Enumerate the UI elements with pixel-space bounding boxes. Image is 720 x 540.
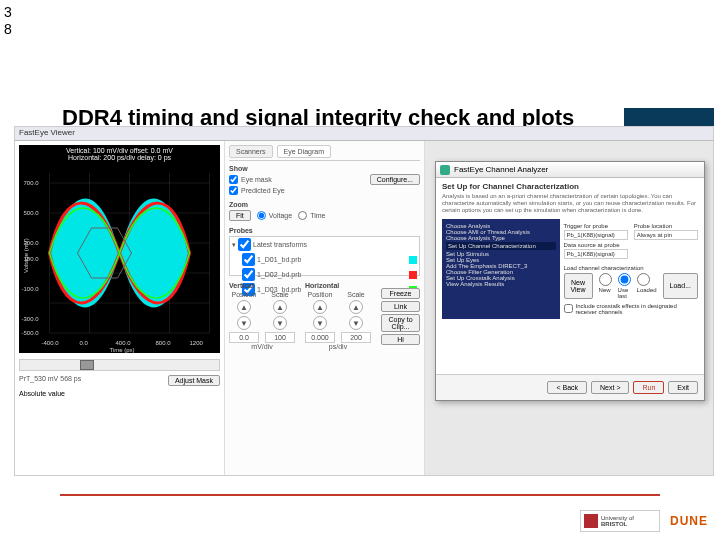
next-button[interactable]: Next > — [591, 381, 629, 394]
copy-button[interactable]: Copy to Clip... — [381, 314, 420, 332]
voltage-radio[interactable] — [257, 211, 266, 220]
channel-analyzer-dialog: FastEye Channel Analyzer Set Up for Chan… — [435, 161, 705, 401]
tab-scanners[interactable]: Scanners — [229, 145, 273, 158]
svg-text:-400.0: -400.0 — [42, 340, 60, 346]
load-label: Load channel characterization — [564, 265, 699, 271]
svg-text:400.0: 400.0 — [116, 340, 132, 346]
exit-button[interactable]: Exit — [668, 381, 698, 394]
dialog-heading: Set Up for Channel Characterization — [442, 182, 698, 191]
crosstalk-label: Include crosstalk effects in designated … — [576, 303, 699, 315]
freeze-button[interactable]: Freeze — [381, 288, 420, 299]
wizard-step-active: Set Up Channel Characterization — [446, 242, 556, 250]
absolute-value-row: Absolute value — [15, 388, 224, 399]
time-label: Time — [310, 212, 325, 219]
fit-button[interactable]: Fit — [229, 210, 251, 221]
dialog-title-bar[interactable]: FastEye Channel Analyzer — [436, 162, 704, 178]
tab-eye-diagram[interactable]: Eye Diagram — [277, 145, 331, 158]
probe-2-label: 1_D02_bd.prb — [257, 271, 301, 278]
probe-loc-label: Probe location — [634, 223, 698, 229]
crosstalk-checkbox[interactable] — [564, 304, 573, 313]
v-scale-up[interactable]: ▲ — [273, 300, 287, 314]
zoom-section: Zoom — [229, 201, 420, 208]
run-button[interactable]: Run — [633, 381, 664, 394]
svg-text:-100.0: -100.0 — [22, 286, 40, 292]
svg-text:-300.0: -300.0 — [22, 316, 40, 322]
wizard-steps: Choose Analysis Choose AMI or Thread Ana… — [442, 219, 560, 319]
divider-rule — [60, 494, 660, 496]
probes-list[interactable]: ▾Latest transforms 1_D01_bd.prb 1_D02_bd… — [229, 236, 420, 276]
app-icon — [440, 165, 450, 175]
time-scrollbar[interactable] — [19, 359, 220, 371]
voltage-label: Voltage — [269, 212, 292, 219]
predicted-eye-label: Predicted Eye — [241, 187, 285, 194]
svg-text:-500.0: -500.0 — [22, 330, 40, 336]
plot-panel: Vertical: 100 mV/div offset: 0.0 mV Hori… — [15, 141, 225, 475]
trigger-field[interactable]: Pb_1(K88)(signal) — [564, 230, 628, 240]
uselast-radio-label: Use last — [618, 287, 629, 299]
configure-button[interactable]: Configure... — [370, 174, 420, 185]
h-pos-up[interactable]: ▲ — [313, 300, 327, 314]
vertical-section: Vertical — [229, 282, 295, 289]
svg-text:0.0: 0.0 — [80, 340, 89, 346]
show-section: Show — [229, 165, 420, 172]
trigger-label: Trigger for probe — [564, 223, 628, 229]
probe-all-checkbox[interactable] — [238, 238, 251, 251]
link-button[interactable]: Link — [381, 301, 420, 312]
dialog-title: FastEye Channel Analyzer — [454, 165, 548, 174]
svg-text:800.0: 800.0 — [156, 340, 172, 346]
probe-loc-field[interactable]: Always at pin — [634, 230, 698, 240]
v-pos-label: Position — [232, 291, 257, 298]
settings-panel: Scanners Eye Diagram Show Eye mask Confi… — [225, 141, 425, 475]
h-scale-down[interactable]: ▼ — [349, 316, 363, 330]
dune-logo: DUNE — [670, 514, 708, 528]
svg-text:500.0: 500.0 — [24, 210, 40, 216]
v-pos-up[interactable]: ▲ — [237, 300, 251, 314]
page-number: 3 8 — [4, 4, 12, 38]
v-offset-value[interactable]: 0.0 — [229, 332, 259, 343]
h-unit: ps/div — [305, 343, 371, 350]
plot-scale-header: Vertical: 100 mV/div offset: 0.0 mV Hori… — [19, 145, 220, 163]
svg-text:Voltage (mV): Voltage (mV) — [23, 238, 29, 273]
probe-1-checkbox[interactable] — [242, 253, 255, 266]
eye-mask-label: Eye mask — [241, 176, 272, 183]
h-pos-label: Position — [308, 291, 333, 298]
loaded-radio[interactable] — [637, 273, 650, 286]
horizontal-section: Horizontal — [305, 282, 371, 289]
h-scale-up[interactable]: ▲ — [349, 300, 363, 314]
predicted-eye-checkbox[interactable] — [229, 186, 238, 195]
university-banner — [624, 108, 714, 126]
probe-2-checkbox[interactable] — [242, 268, 255, 281]
back-button[interactable]: < Back — [547, 381, 587, 394]
probe-1-label: 1_D01_bd.prb — [257, 256, 301, 263]
probes-section: Probes — [229, 227, 420, 234]
dialog-description: Analysis is based on an a-priori channel… — [442, 193, 698, 215]
uselast-radio[interactable] — [618, 273, 631, 286]
eye-mask-checkbox[interactable] — [229, 175, 238, 184]
eye-diagram-plot[interactable]: 700.0500.0300.0 100.0-100.0-300.0 -500.0… — [19, 163, 220, 353]
h-scale-value[interactable]: 200 — [341, 332, 371, 343]
h-pos-down[interactable]: ▼ — [313, 316, 327, 330]
probe-status: PrT_530 mV 568 ps — [19, 375, 81, 386]
new-radio-label: New — [599, 287, 611, 293]
fasteye-viewer-window: FastEye Viewer Vertical: 100 mV/div offs… — [14, 126, 714, 476]
v-pos-down[interactable]: ▼ — [237, 316, 251, 330]
window-title-bar: FastEye Viewer — [15, 127, 713, 141]
v-scale-value[interactable]: 100 — [265, 332, 295, 343]
adjust-mask-button[interactable]: Adjust Mask — [168, 375, 220, 386]
newview-button[interactable]: New View — [564, 273, 593, 299]
new-radio[interactable] — [599, 273, 612, 286]
scrollbar-thumb[interactable] — [80, 360, 94, 370]
time-radio[interactable] — [298, 211, 307, 220]
v-scale-down[interactable]: ▼ — [273, 316, 287, 330]
load-button[interactable]: Load... — [663, 273, 698, 299]
v-unit: mV/div — [229, 343, 295, 350]
data-label: Data source at probe — [564, 242, 628, 248]
data-field[interactable]: Pb_1(K88)(signal) — [564, 249, 628, 259]
svg-text:1200: 1200 — [190, 340, 204, 346]
v-scale-label: Scale — [271, 291, 289, 298]
svg-text:700.0: 700.0 — [24, 180, 40, 186]
loaded-radio-label: Loaded — [637, 287, 657, 293]
h-delay-value[interactable]: 0.000 — [305, 332, 335, 343]
svg-text:Time (ps): Time (ps) — [110, 347, 135, 353]
hi-button[interactable]: Hi — [381, 334, 420, 345]
